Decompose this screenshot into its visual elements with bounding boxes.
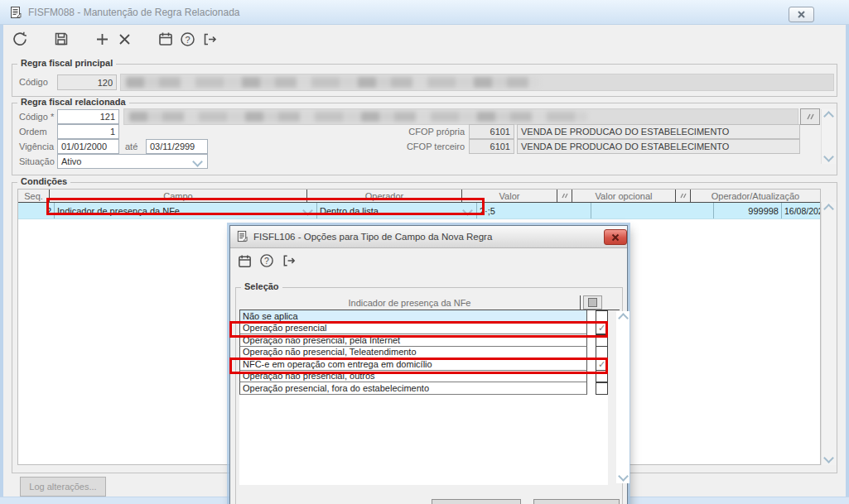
cell-campo-select[interactable]: Indicador de presença da NFe bbox=[55, 203, 317, 218]
exit-icon[interactable] bbox=[201, 31, 218, 47]
header-seq[interactable]: Seq. bbox=[18, 190, 50, 202]
scroll-up-icon[interactable] bbox=[823, 111, 834, 122]
option-label[interactable]: Não se aplica bbox=[239, 310, 587, 323]
situacao-value: Ativo bbox=[61, 156, 81, 166]
option-checkbox[interactable] bbox=[596, 346, 608, 358]
option-label[interactable]: Operação não presencial, Teleatendimento bbox=[239, 347, 587, 359]
codigo-relacionada-label: Código * bbox=[19, 112, 54, 122]
group-title: Condições bbox=[17, 176, 70, 186]
log-alteracoes-button[interactable]: Log alterações... bbox=[20, 477, 106, 497]
chevron-down-icon bbox=[194, 158, 204, 166]
cfop-terceiro-code-field: 6101 bbox=[469, 139, 514, 154]
codigo-principal-label: Código bbox=[19, 77, 48, 87]
option-checkbox[interactable] bbox=[596, 310, 608, 323]
valor-opcional-lookup-icon[interactable] bbox=[676, 190, 691, 202]
cell-atualizacao: 16/08/2021 08:42:03 bbox=[782, 203, 820, 218]
header-valor-opcional[interactable]: Valor opcional bbox=[572, 190, 676, 202]
option-row[interactable]: Não se aplica bbox=[239, 310, 608, 323]
group-title: Regra fiscal relacionada bbox=[17, 97, 129, 107]
codigo-relacionada-field[interactable]: 121 bbox=[57, 109, 119, 124]
cell-seq: 2 bbox=[18, 203, 55, 218]
scroll-up-icon[interactable] bbox=[618, 313, 629, 324]
option-row[interactable]: NFC-e em operação com entrega em domicíl… bbox=[239, 358, 608, 371]
dialog-toolbar: ? bbox=[230, 248, 627, 275]
cell-valor-opcional[interactable] bbox=[591, 203, 714, 218]
cfop-terceiro-desc-field: VENDA DE PRODUCAO DO ESTABELECIMENTO bbox=[517, 139, 800, 154]
scroll-up-icon[interactable] bbox=[823, 204, 834, 214]
option-label[interactable]: NFC-e em operação com entrega em domicíl… bbox=[239, 358, 587, 371]
refresh-icon[interactable] bbox=[11, 30, 29, 48]
ordem-field[interactable]: 1 bbox=[57, 124, 119, 139]
header-campo[interactable]: Campo bbox=[50, 190, 307, 202]
option-checkbox[interactable]: ✓ bbox=[596, 322, 608, 334]
calendar-icon[interactable] bbox=[157, 30, 174, 47]
option-row[interactable]: Operação não presencial, outros bbox=[239, 371, 608, 383]
checkbox-icon bbox=[588, 298, 597, 307]
option-row[interactable]: Operação presencial, fora do estabelecim… bbox=[239, 382, 608, 395]
vigencia-start-field[interactable]: 01/01/2000 bbox=[57, 139, 119, 154]
header-valor[interactable]: Valor bbox=[462, 190, 557, 202]
situacao-select[interactable]: Ativo bbox=[57, 154, 208, 169]
dialog-titlebar: FISFL106 - Opções para Tipo de Campo da … bbox=[230, 226, 627, 248]
situacao-label: Situação bbox=[19, 156, 55, 166]
select-all-checkbox-button[interactable] bbox=[583, 295, 602, 310]
vigencia-end-field[interactable]: 03/11/2999 bbox=[146, 139, 208, 154]
lookup-icon[interactable] bbox=[800, 108, 820, 125]
redacted-rule-name-field bbox=[123, 108, 798, 125]
dialog-cancel-button[interactable] bbox=[533, 499, 620, 504]
save-icon[interactable] bbox=[52, 30, 70, 48]
vigencia-label: Vigência bbox=[19, 142, 54, 151]
campo-value: Indicador de presença da NFe bbox=[57, 206, 180, 216]
cell-operador-select[interactable]: Dentro da lista bbox=[317, 203, 477, 218]
cfop-propria-label: CFOP própria bbox=[398, 127, 465, 137]
cell-valor[interactable]: 2·;5 bbox=[477, 203, 591, 218]
option-row[interactable]: Operação não presencial, pela Internet bbox=[239, 334, 608, 347]
delete-icon[interactable] bbox=[117, 31, 132, 46]
scroll-down-icon[interactable] bbox=[823, 453, 834, 463]
option-row[interactable]: Operação não presencial, Teleatendimento bbox=[239, 347, 608, 359]
option-label[interactable]: Operação presencial, fora do estabelecim… bbox=[239, 382, 587, 395]
option-row[interactable]: Operação presencial ✓ bbox=[239, 323, 608, 335]
options-header-label[interactable]: Indicador de presença da NFe bbox=[239, 295, 581, 310]
help-icon[interactable]: ? bbox=[258, 252, 275, 269]
ate-label: até bbox=[125, 142, 137, 151]
cfop-terceiro-label: CFOP terceiro bbox=[398, 142, 465, 151]
options-list-header: Indicador de presença da NFe bbox=[239, 295, 620, 310]
option-checkbox[interactable] bbox=[596, 382, 608, 395]
dialog-fisfl106: FISFL106 - Opções para Tipo de Campo da … bbox=[229, 225, 628, 504]
option-checkbox[interactable] bbox=[596, 370, 608, 382]
scroll-down-icon[interactable] bbox=[618, 471, 629, 482]
redacted-text bbox=[129, 112, 587, 122]
option-checkbox[interactable]: ✓ bbox=[596, 358, 608, 371]
svg-text:?: ? bbox=[185, 34, 190, 44]
calendar-icon[interactable] bbox=[236, 252, 253, 269]
main-toolbar: ? bbox=[3, 25, 846, 53]
redacted-description-field bbox=[120, 74, 834, 91]
dialog-title: FISFL106 - Opções para Tipo de Campo da … bbox=[253, 232, 492, 242]
valor-lookup-icon[interactable] bbox=[557, 190, 572, 202]
condicoes-scrollbar[interactable] bbox=[821, 202, 836, 465]
options-scrollbar[interactable] bbox=[616, 311, 630, 483]
condition-row[interactable]: 2 Indicador de presença da NFe Dentro da… bbox=[18, 203, 820, 219]
add-icon[interactable] bbox=[94, 31, 109, 46]
document-icon bbox=[236, 230, 248, 242]
group-selecao: Seleção Indicador de presença da NFe Não… bbox=[235, 287, 623, 504]
scroll-down-icon[interactable] bbox=[823, 151, 834, 162]
close-button[interactable] bbox=[789, 7, 814, 22]
option-label[interactable]: Operação não presencial, outros bbox=[239, 371, 587, 383]
option-checkbox[interactable] bbox=[596, 334, 608, 347]
option-label[interactable]: Operação não presencial, pela Internet bbox=[239, 334, 587, 347]
header-operador-atualizacao[interactable]: Operador/Atualização bbox=[691, 190, 820, 202]
header-operador[interactable]: Operador bbox=[307, 190, 462, 202]
codigo-principal-field: 120 bbox=[57, 74, 117, 90]
group-regra-fiscal-principal: Regra fiscal principal Código 120 bbox=[12, 64, 837, 97]
main-titlebar: FISFM088 - Manutenção de Regra Relaciona… bbox=[0, 0, 849, 25]
help-icon[interactable]: ? bbox=[179, 31, 195, 47]
option-label[interactable]: Operação presencial bbox=[239, 323, 587, 335]
dialog-ok-button[interactable] bbox=[432, 499, 521, 504]
group-title: Seleção bbox=[241, 281, 282, 291]
relacionada-scrollbar[interactable] bbox=[821, 109, 836, 164]
exit-icon[interactable] bbox=[281, 252, 297, 269]
chevron-down-icon bbox=[304, 207, 314, 214]
dialog-close-button[interactable] bbox=[604, 229, 627, 245]
